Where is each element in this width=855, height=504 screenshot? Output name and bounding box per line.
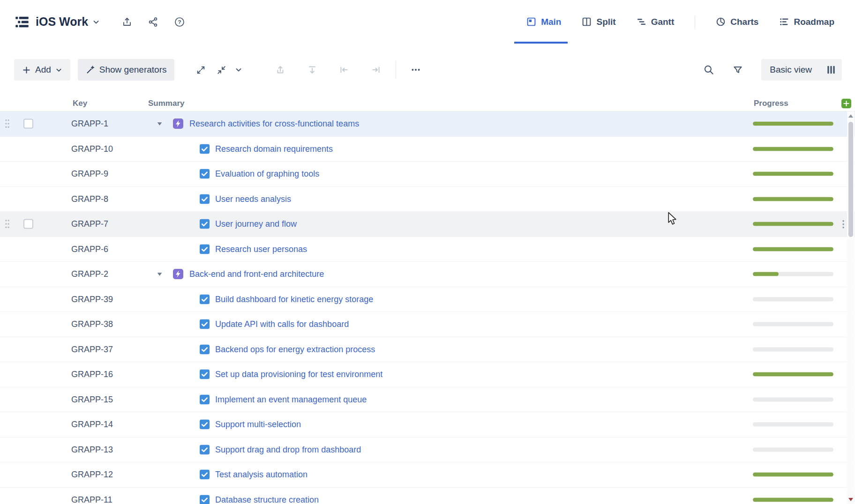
issue-key[interactable]: GRAPP-15 (71, 394, 113, 404)
task-status-checkbox[interactable] (200, 169, 210, 179)
table-row[interactable]: GRAPP-14Support multi-selection (0, 412, 855, 437)
task-status-checkbox[interactable] (200, 344, 210, 354)
issue-summary-link[interactable]: Research activities for cross-functional… (189, 119, 359, 129)
issue-key[interactable]: GRAPP-6 (71, 244, 108, 254)
collapse-all-button[interactable] (211, 59, 232, 80)
table-row[interactable]: GRAPP-39Build dashboard for kinetic ener… (0, 287, 855, 312)
row-select-checkbox[interactable] (23, 219, 33, 229)
task-status-checkbox[interactable] (200, 445, 210, 454)
move-down-button[interactable] (302, 59, 322, 80)
column-header-progress[interactable]: Progress (754, 99, 788, 108)
task-status-checkbox[interactable] (200, 470, 210, 480)
issue-key[interactable]: GRAPP-16 (71, 370, 113, 379)
more-actions-button[interactable] (405, 59, 426, 80)
issue-summary-link[interactable]: Support multi-selection (215, 420, 301, 430)
table-row[interactable]: GRAPP-7User journey and flow⋮ (0, 212, 855, 237)
task-status-checkbox[interactable] (200, 294, 210, 304)
drag-handle-icon[interactable] (4, 119, 10, 129)
task-status-checkbox[interactable] (200, 144, 210, 154)
table-row[interactable]: GRAPP-1Research activities for cross-fun… (0, 111, 855, 137)
issue-key[interactable]: GRAPP-12 (71, 470, 113, 480)
issue-key[interactable]: GRAPP-39 (71, 294, 113, 304)
task-status-checkbox[interactable] (200, 244, 210, 254)
structure-logo-icon[interactable] (15, 15, 29, 29)
drag-handle-icon[interactable] (4, 219, 10, 230)
issue-summary-link[interactable]: Update API with calls for dashboard (215, 319, 349, 329)
table-row[interactable]: GRAPP-9Evaluation of graphing tools (0, 162, 855, 187)
board-title[interactable]: iOS Work (36, 15, 88, 29)
export-button[interactable] (118, 13, 136, 31)
issue-key[interactable]: GRAPP-2 (71, 269, 108, 279)
issue-summary-link[interactable]: Evaluation of graphing tools (215, 169, 319, 179)
table-row[interactable]: GRAPP-11Database structure creation (0, 488, 855, 504)
issue-key[interactable]: GRAPP-37 (71, 344, 113, 354)
table-row[interactable]: GRAPP-2Back-end and front-end architectu… (0, 262, 855, 287)
task-status-checkbox[interactable] (200, 495, 210, 504)
issue-key[interactable]: GRAPP-8 (71, 194, 108, 204)
issue-summary-link[interactable]: Database structure creation (215, 495, 319, 504)
help-button[interactable]: ? (170, 13, 189, 31)
issue-key[interactable]: GRAPP-14 (71, 420, 113, 430)
column-header-key[interactable]: Key (73, 99, 87, 108)
table-row[interactable]: GRAPP-37Backend ops for energy extractio… (0, 337, 855, 363)
issue-summary-link[interactable]: Build dashboard for kinetic energy stora… (215, 294, 373, 304)
table-row[interactable]: GRAPP-12Test analysis automation (0, 462, 855, 488)
columns-button[interactable] (820, 59, 842, 81)
scroll-down-arrow-icon[interactable] (848, 498, 853, 501)
issue-key[interactable]: GRAPP-7 (71, 219, 108, 229)
add-column-button[interactable] (841, 99, 851, 109)
issue-key[interactable]: GRAPP-10 (71, 144, 113, 154)
issue-summary-link[interactable]: Research user personas (215, 244, 307, 254)
task-status-checkbox[interactable] (200, 219, 210, 229)
show-generators-button[interactable]: Show generators (78, 59, 175, 81)
issue-key[interactable]: GRAPP-11 (71, 495, 112, 504)
issue-summary-link[interactable]: Set up data provisioning for test enviro… (215, 370, 382, 379)
task-status-checkbox[interactable] (200, 394, 210, 404)
tab-roadmap[interactable]: Roadmap (779, 0, 834, 44)
row-select-checkbox[interactable] (23, 119, 33, 129)
collapse-chevron-icon[interactable] (157, 271, 163, 277)
table-row[interactable]: GRAPP-8User needs analysis (0, 187, 855, 212)
issue-summary-link[interactable]: User needs analysis (215, 194, 291, 204)
table-row[interactable]: GRAPP-10Research domain requirements (0, 137, 855, 162)
basic-view-button[interactable]: Basic view (761, 59, 820, 81)
column-header-summary[interactable]: Summary (148, 99, 184, 108)
task-status-checkbox[interactable] (200, 370, 210, 379)
issue-summary-link[interactable]: Back-end and front-end architecture (189, 269, 324, 279)
task-status-checkbox[interactable] (200, 319, 210, 329)
issue-key[interactable]: GRAPP-13 (71, 445, 113, 454)
issue-summary-link[interactable]: User journey and flow (215, 219, 297, 229)
task-status-checkbox[interactable] (200, 194, 210, 204)
vertical-scrollbar[interactable] (847, 111, 855, 504)
tab-split[interactable]: Split (582, 0, 615, 44)
move-up-button[interactable] (270, 59, 291, 80)
share-button[interactable] (144, 13, 163, 31)
add-button[interactable]: Add (14, 59, 70, 81)
collapse-chevron-icon[interactable] (157, 121, 163, 127)
expand-level-chevron-button[interactable] (232, 59, 246, 80)
issue-summary-link[interactable]: Implement an event management queue (215, 394, 367, 404)
issue-key[interactable]: GRAPP-9 (71, 169, 108, 179)
tab-gantt[interactable]: Gantt (637, 0, 675, 44)
scroll-up-arrow-icon[interactable] (848, 114, 853, 118)
issue-key[interactable]: GRAPP-1 (71, 119, 108, 129)
search-button[interactable] (698, 59, 719, 80)
outdent-button[interactable] (334, 59, 354, 80)
issue-summary-link[interactable]: Research domain requirements (215, 144, 333, 154)
issue-key[interactable]: GRAPP-38 (71, 319, 113, 329)
chevron-down-icon[interactable] (92, 18, 100, 26)
expand-all-button[interactable] (190, 59, 211, 80)
tab-charts[interactable]: Charts (716, 0, 758, 44)
issue-summary-link[interactable]: Support drag and drop from dashboard (215, 445, 361, 454)
table-row[interactable]: GRAPP-13Support drag and drop from dashb… (0, 437, 855, 463)
row-options-icon[interactable]: ⋮ (839, 218, 848, 230)
table-row[interactable]: GRAPP-6Research user personas (0, 237, 855, 262)
filter-button[interactable] (728, 59, 748, 80)
table-row[interactable]: GRAPP-16Set up data provisioning for tes… (0, 362, 855, 387)
issue-summary-link[interactable]: Backend ops for energy extraction proces… (215, 344, 375, 354)
task-status-checkbox[interactable] (200, 420, 210, 430)
table-row[interactable]: GRAPP-38Update API with calls for dashbo… (0, 312, 855, 337)
tab-main[interactable]: Main (526, 0, 561, 44)
indent-button[interactable] (366, 59, 386, 80)
issue-summary-link[interactable]: Test analysis automation (215, 470, 308, 480)
